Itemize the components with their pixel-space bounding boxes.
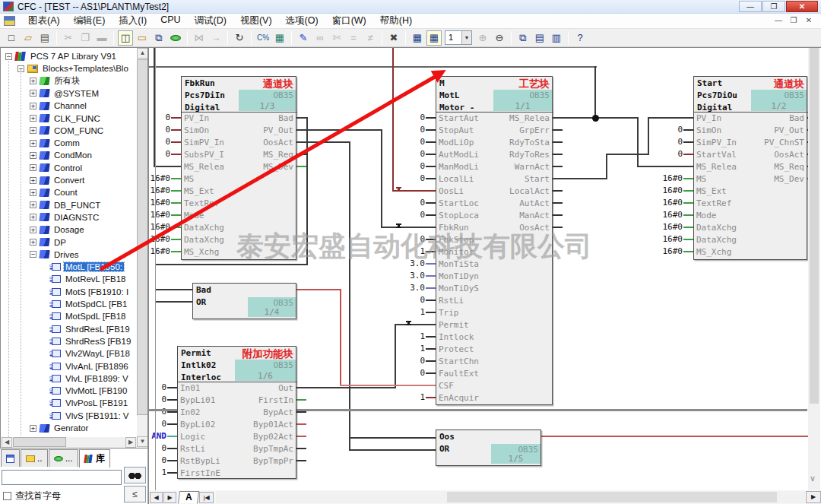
scroll-down-icon[interactable]: ▼ bbox=[137, 436, 148, 447]
pin-Byp02Act[interactable]: Byp02Act bbox=[253, 431, 293, 443]
tree-item-MotRevL[interactable]: MotRevL [FB18 bbox=[42, 273, 127, 285]
pin-StopLoca[interactable]: StopLoca bbox=[439, 210, 479, 222]
pin-SimPV_In[interactable]: SimPV_In bbox=[184, 137, 224, 149]
interconnect-icon[interactable]: ⋈ bbox=[192, 30, 207, 46]
pin-FirstIn[interactable]: FirstIn bbox=[258, 395, 293, 407]
pin-PV_Out[interactable]: PV_Out bbox=[263, 125, 293, 137]
tree-item-Control[interactable]: +Control bbox=[30, 162, 84, 174]
collapse-icon[interactable]: − bbox=[30, 251, 36, 258]
expand-icon[interactable]: + bbox=[30, 103, 36, 109]
tree-item-Dosage[interactable]: +Dosage bbox=[30, 223, 86, 236]
tree-item-PCS[interactable]: −PCS 7 AP Library V91 bbox=[5, 50, 118, 62]
block-fbkrun[interactable]: FbkRunPcs7DiInDigital通道块OB351/3PV_InSimO… bbox=[181, 76, 296, 260]
pin-BypAct[interactable]: BypAct bbox=[263, 407, 293, 419]
pin-MS_Relea[interactable]: MS_Relea bbox=[509, 113, 550, 125]
tree-item-ShrdResS[interactable]: ShrdResS [FB19 bbox=[42, 335, 132, 347]
tree-item-DB_FUNCT[interactable]: +DB_FUNCT bbox=[30, 199, 102, 211]
block-start[interactable]: StartPcs7DiOuDigital通道块OB351/2PV_InSimOn… bbox=[693, 76, 807, 260]
expand-icon[interactable]: + bbox=[30, 177, 36, 184]
tree-item-DIAGNSTC[interactable]: +DIAGNSTC bbox=[30, 211, 100, 223]
pin-ManModLi[interactable]: ManModLi bbox=[439, 161, 479, 173]
sheet-number-dropdown[interactable]: 1▼ bbox=[445, 30, 472, 45]
pin-AutAct[interactable]: AutAct bbox=[519, 198, 550, 210]
cascade-icon[interactable]: ⧉ bbox=[515, 30, 531, 46]
expand-icon[interactable]: + bbox=[30, 164, 36, 171]
menu-V[interactable]: 视图(V) bbox=[233, 13, 279, 29]
pin-OosAct[interactable]: OosAct bbox=[774, 149, 804, 161]
tree-item-Drives[interactable]: −Drives bbox=[30, 249, 81, 261]
pin-Protect[interactable]: Protect bbox=[439, 344, 474, 356]
pin-SimOn[interactable]: SimOn bbox=[696, 125, 721, 137]
menu-A[interactable]: 图表(A) bbox=[21, 13, 67, 29]
block-oos[interactable]: OosOROB351/5 bbox=[436, 430, 541, 466]
close-button[interactable]: ✕ bbox=[786, 1, 818, 12]
tree-hscrollbar[interactable]: ◀ ▶ bbox=[2, 437, 137, 448]
pin-BypLi01[interactable]: BypLi01 bbox=[180, 395, 215, 407]
pin-LocalAct[interactable]: LocalAct bbox=[509, 185, 550, 198]
scroll-thumb[interactable] bbox=[137, 59, 148, 415]
pin-StopAut[interactable]: StopAut bbox=[439, 125, 474, 137]
compare2-icon[interactable]: ≠ bbox=[363, 30, 378, 46]
download-icon[interactable]: ▦ bbox=[272, 30, 287, 46]
pin-Bad[interactable]: Bad bbox=[789, 113, 804, 125]
pin-FirstInE[interactable]: FirstInE bbox=[180, 468, 220, 480]
tree-item-@SYSTEM[interactable]: +@SYSTEM bbox=[30, 87, 100, 100]
scroll-up-icon[interactable]: ▲ bbox=[137, 48, 148, 59]
menu-CPU[interactable]: CPU bbox=[154, 13, 187, 29]
scroll-left-icon[interactable]: ◀ bbox=[2, 437, 12, 448]
pin-DataXchg[interactable]: DataXchg bbox=[696, 222, 737, 234]
block-permit[interactable]: PermitIntlk02Interloc附加功能块OB351/6In01Byp… bbox=[177, 346, 296, 479]
canvas-hscrollbar[interactable] bbox=[216, 491, 805, 503]
pin-MS_Dev[interactable]: MS_Dev bbox=[263, 161, 293, 173]
compare-icon[interactable]: = bbox=[346, 30, 361, 46]
pin-Mode[interactable]: Mode bbox=[696, 210, 717, 222]
block-m[interactable]: MMotLMotor -工艺块OB351/1StartAutStopAutMod… bbox=[436, 76, 553, 405]
canvas-vscrollbar[interactable]: ∨ bbox=[808, 48, 820, 490]
zoom-out-icon[interactable]: ⊖ bbox=[492, 30, 507, 46]
tree-item-所有块[interactable]: +所有块 bbox=[30, 75, 82, 87]
pin-FbkRun[interactable]: FbkRun bbox=[439, 222, 469, 234]
pin-BypLi02[interactable]: BypLi02 bbox=[180, 419, 215, 431]
mdi-close-icon[interactable]: ✕ bbox=[801, 15, 816, 27]
expand-icon[interactable]: + bbox=[30, 78, 36, 84]
pin-PV_ChnST[interactable]: PV_ChnST bbox=[764, 137, 804, 149]
tree-item-CondMon[interactable]: +CondMon bbox=[30, 149, 94, 161]
tree-vscrollbar[interactable]: ▲ ▼ bbox=[137, 48, 148, 448]
pin-RstLi[interactable]: RstLi bbox=[180, 443, 205, 455]
pin-MS_Ext[interactable]: MS_Ext bbox=[696, 185, 727, 198]
pin-PV_Out[interactable]: PV_Out bbox=[774, 125, 804, 137]
pin-Permit[interactable]: Permit bbox=[439, 319, 469, 331]
pin-In02[interactable]: In02 bbox=[180, 407, 201, 419]
connector-oval-icon[interactable] bbox=[168, 30, 183, 46]
menu-W[interactable]: 窗口(W) bbox=[325, 13, 373, 29]
pin-Mode[interactable]: Mode bbox=[184, 210, 204, 222]
pin-SimPV_In[interactable]: SimPV_In bbox=[696, 137, 737, 149]
pin-MS_Req[interactable]: MS_Req bbox=[774, 161, 804, 173]
next-sheet-icon[interactable]: ▶ bbox=[163, 492, 176, 503]
goto-icon[interactable]: → bbox=[208, 30, 223, 46]
tree-item-Channel[interactable]: +Channel bbox=[30, 100, 88, 112]
pin-OosAct[interactable]: OosAct bbox=[519, 222, 550, 234]
menu-D[interactable]: 调试(D) bbox=[188, 13, 233, 29]
sheet-view-icon[interactable]: ▭ bbox=[135, 30, 150, 46]
scroll-thumb[interactable] bbox=[810, 48, 819, 404]
pin-WarnAct[interactable]: WarnAct bbox=[515, 161, 550, 173]
sheet-tab-a[interactable]: A bbox=[178, 491, 199, 504]
copy-icon[interactable]: ❐ bbox=[78, 30, 93, 46]
tree-item-MotSpdL[interactable]: MotSpdL [FB18 bbox=[42, 310, 127, 322]
maximize-button[interactable]: ❐ bbox=[762, 1, 785, 12]
menu-E[interactable]: 编辑(E) bbox=[67, 13, 113, 29]
expand-icon[interactable]: + bbox=[30, 214, 36, 220]
chevron-down-icon[interactable]: ▼ bbox=[461, 31, 471, 44]
catalog2-icon[interactable]: ▦ bbox=[426, 30, 442, 46]
pin-OosLi[interactable]: OosLi bbox=[439, 185, 464, 198]
tree-item-MotSpdCL[interactable]: MotSpdCL [FB1 bbox=[42, 298, 128, 310]
pin-RdyToSta[interactable]: RdyToSta bbox=[509, 137, 550, 149]
tree-item-DP[interactable]: +DP bbox=[30, 236, 68, 249]
scroll-right-icon[interactable]: ▶ bbox=[125, 437, 136, 448]
tree-item-MotL[interactable]: MotL [FB1850: bbox=[42, 261, 124, 273]
zoom-in-icon[interactable]: ⊕ bbox=[475, 30, 490, 46]
pin-RstLi[interactable]: RstLi bbox=[439, 295, 464, 307]
scroll-thumb[interactable] bbox=[447, 492, 777, 502]
pin-Trip[interactable]: Trip bbox=[439, 307, 459, 319]
